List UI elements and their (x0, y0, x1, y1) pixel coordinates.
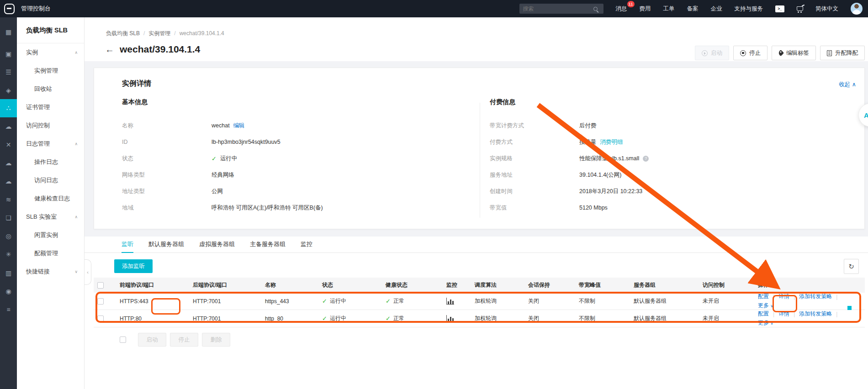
topbar-menu-item[interactable]: 工单 (663, 5, 675, 13)
edit-link[interactable]: 编辑 (233, 122, 245, 130)
language-switcher[interactable]: 简体中文 (815, 5, 838, 13)
sidebar-item[interactable]: 访问控制 (17, 116, 84, 135)
slb-icon[interactable]: ∴ (0, 99, 17, 117)
column-divider (480, 103, 480, 218)
select-all-checkbox[interactable] (97, 282, 104, 289)
breadcrumb-current: wechat/39.104.1.4 (180, 30, 224, 37)
topbar-search[interactable] (519, 4, 603, 14)
sidebar-item[interactable]: 日志管理 ∧ (17, 135, 84, 153)
health-check-icon: ✓ (386, 298, 391, 305)
page-action-button[interactable]: 启动 (695, 46, 729, 60)
row-checkbox[interactable] (97, 315, 104, 322)
frame-icon[interactable]: ❏ (0, 209, 17, 227)
add-listener-button[interactable]: 添加监听 (114, 259, 153, 273)
cross-network-icon[interactable]: ✕ (0, 136, 17, 154)
topbar-menu-item[interactable]: 消息11 (616, 5, 627, 13)
star-network-icon[interactable]: ✳ (0, 245, 17, 263)
layers-icon[interactable]: ≡ (0, 300, 17, 319)
detail-row: 地址类型 公网 (122, 183, 323, 200)
breadcrumb-item[interactable]: 实例管理 (148, 30, 170, 37)
status-check-icon: ✓ (212, 155, 217, 162)
refresh-button[interactable]: ↻ (844, 259, 859, 274)
aliyun-logo-icon[interactable] (4, 4, 15, 14)
cloudshell-icon[interactable]: >_ (775, 5, 784, 12)
page-action-button[interactable]: 停止 (733, 46, 767, 60)
topbar-menu-item[interactable]: 支持与服务 (735, 5, 763, 13)
product-icon-rail: ▦ ▣ ☰ ◈ ∴ ☁ ✕ ☁ ☁ ≋ ❏ ◎ ✳ ▥ ◉ ≡ (0, 17, 17, 389)
instance-list-icon[interactable]: ☰ (0, 63, 17, 81)
cloud-icon[interactable]: ☁ (0, 172, 17, 190)
sidebar-item[interactable]: 回收站 (17, 80, 84, 98)
breadcrumb: 负载均衡 SLB/实例管理/wechat/39.104.1.4 (106, 30, 224, 37)
server-group: 默认服务器组 (634, 315, 703, 322)
search-input[interactable] (523, 5, 592, 12)
breadcrumb-item[interactable]: 负载均衡 SLB (106, 30, 140, 37)
security-shield-icon[interactable]: ◈ (0, 81, 17, 100)
footer-batch-button[interactable]: 启动 (138, 333, 166, 347)
apps-grid-icon[interactable]: ▦ (0, 23, 17, 41)
button-icon (740, 50, 746, 56)
topbar-menu-item[interactable]: 费用 (640, 5, 651, 13)
tab[interactable]: 主备服务器组 (250, 237, 286, 253)
footer-batch-button[interactable]: 停止 (170, 333, 198, 347)
detail-row: 带宽计费方式 后付费 (490, 117, 649, 134)
search-icon[interactable] (593, 7, 598, 11)
sidebar-item[interactable]: 实例 ∧ (17, 43, 84, 62)
sidebar-item[interactable]: 配额管理 (17, 244, 84, 263)
detail-link[interactable]: 详情 (778, 293, 789, 300)
stack-layers-icon[interactable]: ≋ (0, 190, 17, 209)
table-row: HTTPS:443 HTTP:7001 https_443 ✓运行中 ✓正常 加… (94, 293, 865, 310)
table-header: 前端协议/端口 后端协议/端口 名称 状态 健康状态 监控 调度算法 会话保持 … (94, 278, 865, 293)
page-action-button[interactable]: 编辑标签 (772, 46, 816, 60)
multi-cloud-icon[interactable]: ☁ (0, 154, 17, 172)
server-group-icon[interactable]: ▣ (0, 45, 17, 63)
monitor-chart-icon[interactable] (446, 298, 454, 305)
avatar[interactable] (851, 3, 863, 15)
chevron-icon: ∧ (74, 208, 78, 226)
sidebar-item[interactable]: 访问日志 (17, 171, 84, 189)
detail-link[interactable]: 详情 (778, 310, 789, 318)
tab[interactable]: 默认服务器组 (148, 237, 184, 253)
back-arrow-icon[interactable]: ← (105, 44, 114, 55)
cdn-cloud-icon[interactable]: ☁ (0, 117, 17, 136)
cart-icon[interactable] (797, 6, 803, 11)
sidebar-collapse-handle[interactable]: ‹ (85, 259, 91, 285)
more-link[interactable]: 更多 ∨ (758, 302, 773, 310)
sidebar-item[interactable]: 闲置实例 (17, 226, 84, 244)
tab[interactable]: 监控 (301, 237, 312, 253)
configure-link[interactable]: 配置 (758, 310, 769, 318)
help-icon[interactable]: ? (643, 156, 649, 162)
footer-batch-button[interactable]: 删除 (202, 333, 230, 347)
more-link[interactable]: 更多 ∨ (758, 319, 773, 327)
add-forward-rule-link[interactable]: 添加转发策略 (799, 310, 832, 318)
add-forward-rule-link[interactable]: 添加转发策略 (799, 293, 832, 300)
chevron-icon: ∧ (74, 43, 78, 62)
topbar-menu-item[interactable]: 企业 (711, 5, 722, 13)
tab[interactable]: 监听 (122, 237, 133, 253)
eye-icon[interactable]: ◉ (0, 282, 17, 300)
detail-row: 名称 wechat 编辑 (122, 117, 323, 134)
tab[interactable]: 虚拟服务器组 (199, 237, 235, 253)
sidebar-item[interactable]: 证书管理 (17, 98, 84, 116)
footer-checkbox[interactable] (120, 336, 126, 343)
page-action-button[interactable]: 升配降配 (820, 46, 865, 60)
billing-link[interactable]: 消费明细 (600, 138, 623, 146)
monitor-target-icon[interactable]: ◎ (0, 227, 17, 245)
sidebar-item[interactable]: SLB 实验室 ∧ (17, 208, 84, 226)
sidebar-item[interactable]: 操作日志 (17, 153, 84, 171)
detail-row: 状态 ✓ 运行中 (122, 150, 323, 167)
scheduling-algorithm: 加权轮询 (475, 297, 528, 305)
sidebar-item[interactable]: 健康检查日志 (17, 189, 84, 208)
collapse-card-link[interactable]: 收起 ∧ (839, 81, 856, 89)
status-check-icon: ✓ (322, 298, 327, 305)
floating-widget[interactable] (847, 306, 852, 310)
sidebar: 负载均衡 SLB 实例 ∧ 实例管理 回收站 证书管理 访问控制 日志管理 ∧ (17, 17, 85, 389)
row-checkbox[interactable] (97, 298, 104, 305)
console-title[interactable]: 管理控制台 (21, 5, 51, 13)
sidebar-item[interactable]: 实例管理 (17, 62, 84, 80)
bar-chart-icon[interactable]: ▥ (0, 264, 17, 282)
monitor-chart-icon[interactable] (446, 315, 454, 322)
configure-link[interactable]: 配置 (758, 293, 769, 300)
sidebar-item[interactable]: 快捷链接 ∨ (17, 263, 84, 281)
topbar-menu-item[interactable]: 备案 (687, 5, 699, 13)
